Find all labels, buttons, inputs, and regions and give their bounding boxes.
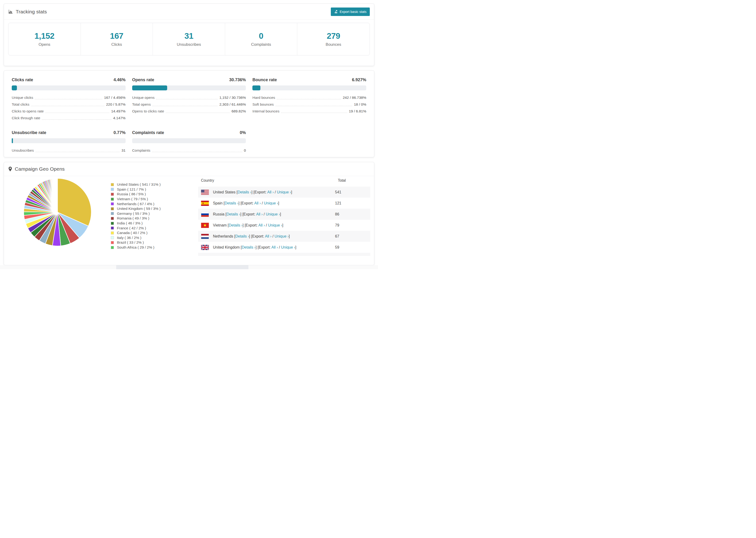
country-links-text: United Kingdom [Details ›] [Export: All … xyxy=(213,245,296,249)
legend-swatch xyxy=(111,193,114,196)
legend-swatch xyxy=(111,246,114,249)
bar-chart-icon xyxy=(8,9,13,14)
stat-label: Opens xyxy=(38,42,50,47)
geo-title: Campaign Geo Opens xyxy=(15,166,65,172)
detail-value: 242 / 86.738% xyxy=(343,95,366,100)
detail-label: Unique clicks xyxy=(12,95,33,100)
legend-item-vietnam[interactable]: Vietnam ( 79 / 5% ) xyxy=(111,197,186,202)
legend-item-spain[interactable]: Spain ( 121 / 7% ) xyxy=(111,187,186,192)
rate-value: 0.77% xyxy=(114,130,126,135)
legend-item-germany[interactable]: Germany ( 55 / 3% ) xyxy=(111,211,186,216)
legend-label: Spain ( 121 / 7% ) xyxy=(117,187,146,191)
export-unique-link[interactable]: Unique › xyxy=(264,201,278,205)
export-unique-link[interactable]: Unique › xyxy=(281,245,295,249)
table-row-united-states: United States [Details ›] [Export: All ›… xyxy=(198,187,370,198)
total-cell: 121 xyxy=(335,198,370,209)
detail-value: 4.147% xyxy=(113,116,126,120)
details-link[interactable]: Details › xyxy=(238,190,251,194)
country-cell-content: Spain [Details ›] [Export: All › / Uniqu… xyxy=(201,201,335,206)
table-row-russia: Russia [Details ›] [Export: All › / Uniq… xyxy=(198,209,370,220)
flag-us-icon xyxy=(201,190,209,195)
details-link[interactable]: Details › xyxy=(227,212,241,216)
flag-nl-icon xyxy=(201,234,209,239)
dotted-leader xyxy=(35,152,120,152)
total-cell xyxy=(335,253,370,256)
total-cell: 59 xyxy=(335,242,370,253)
legend-label: Italy ( 36 / 2% ) xyxy=(117,236,141,240)
total-cell: 67 xyxy=(335,231,370,242)
export-basic-stats-button[interactable]: Export basic stats xyxy=(331,8,370,16)
detail-label: Total opens xyxy=(132,102,151,107)
legend-swatch xyxy=(111,222,114,225)
detail-value: 0 xyxy=(244,148,246,153)
rate-value: 6.927% xyxy=(352,78,366,82)
rate-detail-row: Complaints0 xyxy=(132,147,246,154)
legend-label: India ( 46 / 3% ) xyxy=(117,221,142,225)
flag-de-icon xyxy=(201,256,209,256)
rate-detail-row: Opens to clicks rate689.82% xyxy=(132,108,246,115)
export-all-link[interactable]: All › xyxy=(265,234,271,238)
details-link[interactable]: Details › xyxy=(242,245,256,249)
export-unique-link[interactable]: Unique › xyxy=(266,212,280,216)
export-all-link[interactable]: All › xyxy=(256,212,263,216)
page-bottom-strip xyxy=(0,265,378,269)
export-all-link[interactable]: All › xyxy=(254,201,261,205)
legend-label: Brazil ( 33 / 2% ) xyxy=(117,241,144,244)
details-link[interactable]: Details › xyxy=(225,201,239,205)
export-unique-link[interactable]: Unique › xyxy=(268,223,282,227)
legend-item-united-kingdom[interactable]: United Kingdom ( 59 / 3% ) xyxy=(111,206,186,211)
table-row-partial xyxy=(198,253,370,256)
country-links-text: Russia [Details ›] [Export: All › / Uniq… xyxy=(213,212,281,216)
country-cell: United Kingdom [Details ›] [Export: All … xyxy=(198,242,335,253)
flag-es-icon xyxy=(201,201,209,206)
rate-progress-fill xyxy=(12,138,13,143)
rate-detail-row: Hard bounces242 / 86.738% xyxy=(252,94,366,101)
flag-gb-icon xyxy=(201,245,209,250)
rate-progress-bar xyxy=(12,138,126,143)
legend-item-netherlands[interactable]: Netherlands ( 67 / 4% ) xyxy=(111,201,186,206)
legend-label: Canada ( 40 / 2% ) xyxy=(117,231,147,235)
stat-cell-complaints: 0Complaints xyxy=(225,23,297,55)
rate-progress-fill xyxy=(12,85,17,90)
dotted-leader xyxy=(156,99,218,99)
legend-item-france[interactable]: France ( 42 / 2% ) xyxy=(111,226,186,231)
export-all-link[interactable]: All › xyxy=(258,223,265,227)
legend-item-brazil[interactable]: Brazil ( 33 / 2% ) xyxy=(111,240,186,245)
tracking-stats-header: Tracking stats Export basic stats xyxy=(4,4,374,20)
export-unique-link[interactable]: Unique › xyxy=(274,234,289,238)
map-pin-icon xyxy=(8,166,12,172)
legend-swatch xyxy=(111,241,114,244)
rate-detail-rows: Complaints0 xyxy=(132,147,246,154)
details-link[interactable]: Details › xyxy=(235,234,249,238)
export-unique-link[interactable]: Unique › xyxy=(277,190,291,194)
export-all-link[interactable]: All › xyxy=(267,190,274,194)
detail-label: Soft bounces xyxy=(252,102,274,107)
stat-value: 279 xyxy=(327,31,340,41)
rate-block-complaints-rate: Complaints rate0%Complaints0 xyxy=(132,130,246,154)
rate-title: Opens rate xyxy=(132,78,154,82)
legend-item-canada[interactable]: Canada ( 40 / 2% ) xyxy=(111,231,186,236)
rate-detail-rows: Unique clicks167 / 4.456%Total clicks220… xyxy=(12,94,126,121)
legend-label: United Kingdom ( 59 / 3% ) xyxy=(117,207,161,211)
legend-item-india[interactable]: India ( 46 / 3% ) xyxy=(111,221,186,226)
legend-item-romania[interactable]: Romania ( 49 / 3% ) xyxy=(111,216,186,221)
rate-progress-bar xyxy=(132,138,246,143)
legend-item-italy[interactable]: Italy ( 36 / 2% ) xyxy=(111,236,186,241)
export-all-link[interactable]: All › xyxy=(271,245,278,249)
stat-value: 31 xyxy=(185,31,193,41)
total-cell: 79 xyxy=(335,220,370,231)
country-links-text: Vietnam [Details ›] [Export: All › / Uni… xyxy=(213,223,283,228)
legend-item-south-africa[interactable]: South Africa ( 29 / 2% ) xyxy=(111,245,186,250)
geo-header: Campaign Geo Opens xyxy=(4,162,374,176)
rate-header: Complaints rate0% xyxy=(132,130,246,135)
rate-header: Clicks rate4.46% xyxy=(12,78,126,82)
legend-item-russia[interactable]: Russia ( 86 / 5% ) xyxy=(111,192,186,197)
detail-value: 18 / 0% xyxy=(354,102,366,107)
rate-detail-row: Total clicks220 / 5.87% xyxy=(12,101,126,108)
rate-progress-bar xyxy=(252,85,366,90)
details-link[interactable]: Details › xyxy=(229,223,243,227)
stats-summary-row: 1,152Opens167Clicks31Unsubscribes0Compla… xyxy=(8,23,370,55)
country-cell: Russia [Details ›] [Export: All › / Uniq… xyxy=(198,209,335,220)
legend-item-united-states[interactable]: United States ( 541 / 31% ) xyxy=(111,182,186,187)
rate-title: Complaints rate xyxy=(132,130,164,135)
